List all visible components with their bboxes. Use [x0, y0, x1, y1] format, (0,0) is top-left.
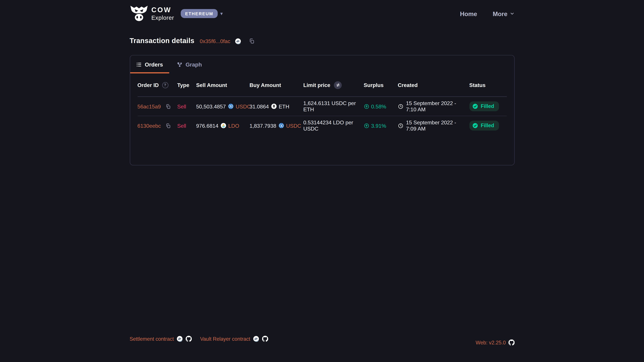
sell-token-link[interactable]: LDO [228, 122, 239, 129]
col-buy-amount-label: Buy Amount [250, 82, 281, 88]
top-bar: COW Explorer ETHEREUM ▾ Home More [130, 0, 514, 27]
tab-orders-label: Orders [145, 61, 163, 67]
clock-icon [398, 104, 403, 109]
table-header-row: Order ID ? Type Sell Amount Buy Amount L… [137, 73, 507, 97]
limit-price-cell: 1,624.6131 USDC per ETH [304, 100, 364, 112]
buy-amount: 31.0864 [250, 103, 269, 109]
logo-title: COW [151, 6, 174, 13]
order-type: Sell [177, 103, 186, 109]
nav-more-label: More [493, 10, 508, 17]
copy-order-id-button[interactable] [165, 123, 171, 128]
vault-relayer-contract-group: Vault Relayer contract [200, 336, 268, 342]
clock-icon [398, 123, 403, 128]
sell-amount: 976.6814 [196, 122, 218, 129]
col-status-label: Status [469, 82, 486, 88]
col-sell-amount: Sell Amount [196, 82, 250, 88]
arrow-up-circle-icon [364, 123, 369, 128]
usdc-icon [228, 103, 234, 109]
settlement-contract-group: Settlement contract [130, 336, 192, 342]
page-title: Transaction details [130, 37, 194, 45]
buy-amount-cell: 1,837.7938 USDC [250, 122, 304, 129]
github-icon[interactable] [186, 336, 192, 342]
created-cell: 15 September 2022 - 7:10 AM [398, 100, 469, 112]
created-date: 15 September 2022 - 7:09 AM [406, 119, 466, 132]
etherscan-icon[interactable] [177, 336, 183, 342]
etherscan-link[interactable] [235, 38, 241, 44]
orders-card: Orders Graph Order ID ? Type [130, 55, 514, 165]
github-icon[interactable] [262, 336, 268, 342]
surplus-value: 0.58% [371, 103, 386, 109]
ldo-icon [220, 123, 226, 128]
orders-table: Order ID ? Type Sell Amount Buy Amount L… [130, 73, 514, 135]
status-label: Filled [481, 103, 494, 109]
etherscan-icon [235, 38, 241, 44]
limit-price-cell: 0.53144234 LDO per USDC [304, 119, 364, 132]
main-nav: Home More [460, 10, 514, 17]
order-id-link[interactable]: 56ac15a9 [137, 103, 161, 109]
network-selector[interactable]: ETHEREUM ▾ [180, 9, 223, 18]
buy-token-link[interactable]: USDC [286, 122, 301, 129]
sell-token-link[interactable]: USDC [236, 103, 251, 109]
table-row: 56ac15a9 Sell 50,503.4857 USDC [137, 97, 507, 116]
tab-graph-label: Graph [186, 61, 202, 67]
tab-graph[interactable]: Graph [171, 55, 208, 73]
web-version-link[interactable]: Web: v2.25.0 [476, 340, 506, 346]
sell-amount-cell: 50,503.4857 USDC [196, 103, 250, 109]
col-sell-amount-label: Sell Amount [196, 82, 227, 88]
eth-icon [271, 103, 276, 109]
status-badge: Filled [469, 101, 499, 111]
nav-more[interactable]: More [493, 10, 514, 17]
explorer-page: COW Explorer ETHEREUM ▾ Home More Transa… [0, 0, 644, 362]
chevron-down-icon [510, 11, 514, 16]
col-type: Type [177, 82, 196, 88]
order-id-link[interactable]: 6130eebc [137, 122, 161, 129]
settlement-contract-link[interactable]: Settlement contract [130, 336, 174, 342]
web-version-group: Web: v2.25.0 [476, 339, 514, 346]
order-type-cell: Sell [177, 122, 196, 129]
nav-home[interactable]: Home [460, 10, 477, 17]
order-id-cell: 56ac15a9 [137, 103, 177, 109]
cow-explorer-logo[interactable]: COW Explorer [130, 5, 174, 22]
nav-home-label: Home [460, 10, 477, 17]
check-circle-icon [472, 123, 478, 128]
cow-logo-icon [130, 5, 148, 22]
status-cell: Filled [469, 121, 507, 131]
buy-amount: 1,837.7938 [250, 122, 276, 129]
network-badge[interactable]: ETHEREUM [180, 9, 218, 18]
order-id-cell: 6130eebc [137, 122, 177, 129]
col-surplus-label: Surplus [364, 82, 384, 88]
chevron-down-icon: ▾ [220, 11, 223, 16]
buy-amount-cell: 31.0864 ETH [250, 103, 304, 109]
col-created: Created [398, 82, 469, 88]
github-icon[interactable] [508, 339, 514, 346]
swap-icon [336, 82, 340, 87]
surplus-cell: 3.91% [364, 122, 398, 129]
limit-price: 1,624.6131 USDC per ETH [304, 100, 360, 112]
col-order-id: Order ID ? [137, 82, 177, 88]
sell-amount: 50,503.4857 [196, 103, 226, 109]
col-order-id-label: Order ID [137, 82, 159, 88]
col-limit-price: Limit price [304, 81, 364, 89]
col-surplus: Surplus [364, 82, 398, 88]
status-label: Filled [481, 123, 494, 128]
list-icon [136, 62, 142, 67]
vault-relayer-contract-link[interactable]: Vault Relayer contract [200, 336, 250, 342]
tx-hash-link[interactable]: 0x35f6...0fac [200, 38, 230, 44]
tab-orders[interactable]: Orders [130, 55, 169, 73]
created-cell: 15 September 2022 - 7:09 AM [398, 119, 469, 132]
order-type: Sell [177, 122, 186, 129]
copy-tx-hash-button[interactable] [249, 38, 254, 44]
copy-order-id-button[interactable] [165, 104, 171, 109]
etherscan-icon[interactable] [253, 336, 259, 342]
copy-icon [249, 38, 254, 44]
order-type-cell: Sell [177, 103, 196, 109]
col-status: Status [469, 82, 507, 88]
usdc-icon [278, 123, 284, 128]
copy-icon [165, 104, 171, 109]
invert-price-button[interactable] [334, 81, 342, 89]
help-icon[interactable]: ? [162, 82, 168, 88]
footer: Settlement contract Vault Relayer contra… [130, 336, 514, 346]
col-type-label: Type [177, 82, 189, 88]
col-created-label: Created [398, 82, 418, 88]
limit-price: 0.53144234 LDO per USDC [304, 119, 360, 132]
